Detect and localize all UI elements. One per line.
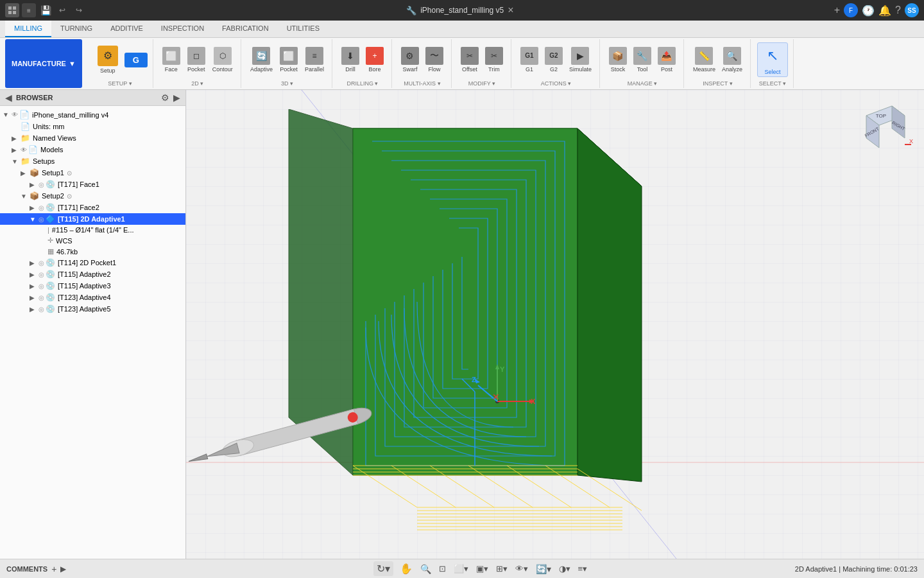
tree-item-face1[interactable]: ▶ ◎ 💿 [T171] Face1 bbox=[0, 179, 185, 190]
stock-btn[interactable]: 📦 Stock bbox=[606, 46, 629, 74]
tool-icon: | bbox=[47, 226, 49, 234]
simulate-btn[interactable]: ▶ Simulate bbox=[567, 46, 594, 74]
tree-item-root[interactable]: ▼ 👁 📄 iPhone_stand_milling v4 bbox=[0, 109, 185, 121]
tree-item-adaptive3[interactable]: ▶ ◎ 💿 [T115] Adaptive3 bbox=[0, 280, 185, 292]
orbit-icon[interactable]: ↻▾ bbox=[373, 561, 393, 576]
setup2-box-icon: 📦 bbox=[30, 191, 39, 200]
expand-adaptive3[interactable]: ▶ bbox=[30, 283, 38, 290]
help-icon[interactable]: ? bbox=[895, 4, 901, 16]
tree-item-pocket1[interactable]: ▶ ◎ 💿 [T114] 2D Pocket1 bbox=[0, 257, 185, 268]
undo-icon[interactable]: ↩ bbox=[55, 3, 69, 17]
offset-btn[interactable]: ✂ Offset bbox=[458, 46, 481, 74]
user-avatar[interactable]: SS bbox=[905, 3, 919, 17]
tree-item-setup2[interactable]: ▼ 📦 Setup2 ⊙ bbox=[0, 190, 185, 202]
tab-utilities[interactable]: UTILITIES bbox=[278, 21, 329, 37]
flow-btn[interactable]: 〜 Flow bbox=[423, 46, 446, 74]
browser-back-icon[interactable]: ◀ bbox=[5, 92, 12, 103]
tree-item-adaptive5[interactable]: ▶ ◎ 💿 [T123] Adaptive5 bbox=[0, 303, 185, 315]
swarf-btn[interactable]: ⚙ Swarf bbox=[398, 46, 422, 74]
drilling-btn[interactable]: ⬇ Drill bbox=[339, 46, 362, 74]
tree-item-models[interactable]: ▶ 👁 📄 Models bbox=[0, 144, 185, 155]
setup-btn[interactable]: ⚙ Setup bbox=[92, 44, 123, 76]
g-btn[interactable]: G bbox=[124, 53, 148, 67]
tab-turning[interactable]: TURNING bbox=[51, 21, 101, 37]
expand-named-views[interactable]: ▶ bbox=[12, 135, 21, 142]
face2-label: [T171] Face2 bbox=[58, 204, 99, 211]
expand-adaptive2[interactable]: ▶ bbox=[30, 271, 38, 278]
view-mode-icon[interactable]: ⬜▾ bbox=[452, 563, 470, 575]
tab-fabrication[interactable]: FABRICATION bbox=[213, 21, 278, 37]
expand-setup1[interactable]: ▶ bbox=[21, 170, 30, 177]
refresh-icon[interactable]: 🔄▾ bbox=[535, 563, 552, 575]
expand-setups[interactable]: ▼ bbox=[12, 158, 21, 165]
tab-milling[interactable]: MILLING bbox=[5, 21, 51, 37]
fusion-icon[interactable]: F bbox=[844, 3, 858, 17]
object-visibility-icon[interactable]: 👁▾ bbox=[514, 563, 529, 575]
2d-face-btn[interactable]: ⬜ Face bbox=[160, 46, 183, 74]
filter-icon[interactable]: ≡▾ bbox=[577, 563, 589, 575]
2d-pocket-btn[interactable]: ◻ Pocket bbox=[185, 46, 208, 74]
expand-adaptive1[interactable]: ▼ bbox=[30, 216, 38, 223]
expand-setup2[interactable]: ▼ bbox=[21, 193, 30, 200]
expand-adaptive5[interactable]: ▶ bbox=[30, 306, 38, 313]
manufacture-dropdown[interactable]: MANUFACTURE ▼ bbox=[5, 39, 82, 88]
expand-root-icon[interactable]: ▼ bbox=[3, 111, 12, 118]
tree-item-adaptive1[interactable]: ▼ ◎ 🔷 [T115] 2D Adaptive1 bbox=[0, 213, 185, 225]
expand-pocket1[interactable]: ▶ bbox=[30, 259, 38, 267]
bell-icon[interactable]: 🔔 bbox=[878, 4, 891, 17]
post-btn[interactable]: 📤 Post bbox=[655, 46, 678, 74]
select-btn[interactable]: ↖ Select bbox=[757, 42, 788, 78]
expand-models[interactable]: ▶ bbox=[12, 146, 21, 153]
viewcube[interactable]: TOP RIGHT FRONT X bbox=[857, 96, 914, 154]
3d-adaptive-btn[interactable]: 🔄 Adaptive bbox=[248, 46, 275, 74]
redo-icon[interactable]: ↪ bbox=[72, 3, 86, 17]
tree-item-setup1[interactable]: ▶ 📦 Setup1 ⊙ bbox=[0, 167, 185, 179]
tree-item-units[interactable]: 📄 Units: mm bbox=[0, 121, 185, 132]
tree-item-tool-info[interactable]: | #115 – Ø1/4" flat (1/4" E... bbox=[0, 225, 185, 235]
boring-btn[interactable]: + Bore bbox=[363, 46, 386, 74]
2d-contour-btn[interactable]: ⬡ Contour bbox=[210, 46, 235, 74]
grid-icon[interactable] bbox=[5, 3, 19, 17]
tree-item-wcs[interactable]: ✛ WCS bbox=[0, 235, 185, 246]
g1-btn[interactable]: G1 G1 bbox=[518, 46, 541, 74]
measure-btn[interactable]: 📏 Measure bbox=[690, 46, 718, 74]
3d-pocket-btn[interactable]: ⬜ Pocket bbox=[277, 46, 300, 74]
adaptive4-label: [T123] Adaptive4 bbox=[58, 293, 111, 301]
close-icon[interactable]: × bbox=[508, 4, 513, 16]
wcs-label: WCS bbox=[56, 237, 73, 245]
tree-item-adaptive4[interactable]: ▶ ◎ 💿 [T123] Adaptive4 bbox=[0, 292, 185, 303]
browser-settings-icon[interactable]: ⚙ bbox=[161, 92, 169, 103]
tree-item-filesize[interactable]: ▦ 46.7kb bbox=[0, 246, 185, 257]
section-icon[interactable]: ⊞▾ bbox=[495, 563, 509, 575]
tab-inspection[interactable]: INSPECTION bbox=[152, 21, 213, 37]
tab-additive[interactable]: ADDITIVE bbox=[101, 21, 152, 37]
add-tab-icon[interactable]: + bbox=[834, 4, 840, 16]
tree-item-named-views[interactable]: ▶ 📁 Named Views bbox=[0, 132, 185, 144]
svg-rect-34 bbox=[236, 409, 358, 455]
file-menu-icon[interactable]: ≡ bbox=[22, 3, 36, 17]
ribbon-content: MANUFACTURE ▼ ⚙ Setup G SETUP ▾ ⬜ Face bbox=[0, 38, 924, 89]
material-icon[interactable]: ◑▾ bbox=[558, 563, 572, 575]
tree-item-face2[interactable]: ▶ ◎ 💿 [T171] Face2 bbox=[0, 202, 185, 213]
trim-btn[interactable]: ✂ Trim bbox=[483, 46, 506, 74]
expand-adaptive4[interactable]: ▶ bbox=[30, 294, 38, 301]
display-mode-icon[interactable]: ▣▾ bbox=[475, 563, 490, 575]
expand-comments-icon[interactable]: ▶ bbox=[60, 565, 66, 574]
expand-face1[interactable]: ▶ bbox=[30, 181, 38, 188]
analyze-btn[interactable]: 🔍 Analyze bbox=[719, 46, 745, 74]
3d-parallel-btn[interactable]: ≡ Parallel bbox=[302, 46, 327, 74]
pan-icon[interactable]: ✋ bbox=[398, 561, 414, 576]
tree-item-setups[interactable]: ▼ 📁 Setups bbox=[0, 155, 185, 167]
tree-item-adaptive2[interactable]: ▶ ◎ 💿 [T115] Adaptive2 bbox=[0, 268, 185, 280]
svg-marker-37 bbox=[206, 443, 239, 461]
clock-icon[interactable]: 🕐 bbox=[862, 4, 875, 17]
viewport[interactable]: X Y Z ✕ TOP bbox=[186, 90, 924, 559]
zoom-icon[interactable]: 🔍 bbox=[419, 563, 432, 575]
g2-btn[interactable]: G2 G2 bbox=[542, 46, 565, 74]
add-comment-icon[interactable]: + bbox=[51, 564, 56, 574]
fit-icon[interactable]: ⊡ bbox=[438, 563, 447, 575]
expand-face2[interactable]: ▶ bbox=[30, 204, 38, 211]
save-icon[interactable]: 💾 bbox=[38, 3, 53, 17]
browser-expand-icon[interactable]: ▶ bbox=[173, 92, 180, 103]
tool-btn[interactable]: 🔧 Tool bbox=[631, 46, 654, 74]
